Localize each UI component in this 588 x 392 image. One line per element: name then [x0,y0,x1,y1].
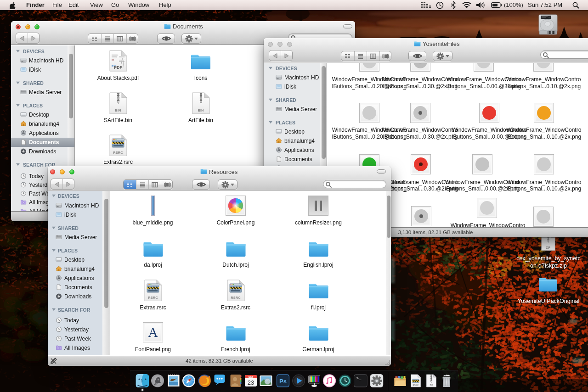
svg-text:PDF: PDF [114,65,123,70]
svg-text:Ps: Ps [279,378,287,385]
svg-text:ZIP: ZIP [430,384,433,386]
svg-text:RSRC: RSRC [148,296,158,300]
svg-text:BIN: BIN [198,108,204,112]
svg-text:23: 23 [248,379,254,386]
svg-text:BIN: BIN [115,108,121,112]
svg-text:ZIP: ZIP [546,246,551,249]
svg-text:RSRC: RSRC [231,296,241,300]
svg-text:RSRC: RSRC [413,384,419,386]
svg-text:>_: >_ [356,376,362,381]
svg-text:OCT: OCT [249,375,254,378]
svg-text:RSRC: RSRC [113,151,123,155]
